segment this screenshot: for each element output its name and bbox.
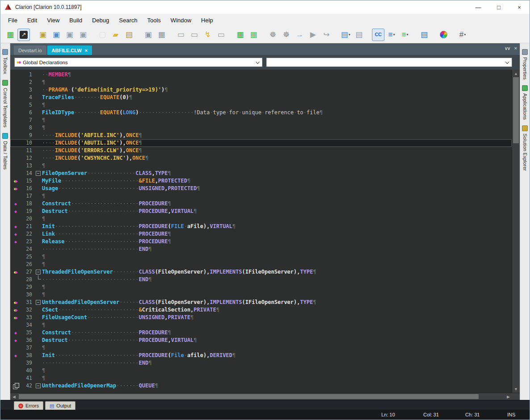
- menu-build[interactable]: Build: [64, 15, 87, 26]
- line-number[interactable]: 34: [21, 321, 34, 329]
- menu-view[interactable]: View: [42, 15, 64, 26]
- panel-tab-solution-explorer[interactable]: Solution Explorer: [522, 125, 528, 171]
- code-line-21[interactable]: ◆21Init··························PROCEDU…: [10, 223, 512, 230]
- tab-devstart-io[interactable]: Devstart.io: [14, 46, 46, 55]
- code-line-26[interactable]: 26¶: [10, 261, 512, 268]
- code-line-5[interactable]: 5¶: [10, 101, 512, 109]
- code-line-22[interactable]: ◆22Link··························PROCEDU…: [10, 230, 512, 238]
- code-line-31[interactable]: ◆◆31−UnthreadedFileOpenServer······CLASS…: [10, 299, 512, 306]
- dropdown-arrow-icon[interactable]: ▾: [393, 33, 395, 37]
- horizontal-scroll-thumb[interactable]: [19, 394, 479, 399]
- panel-tab-errors[interactable]: ×Errors: [14, 401, 43, 410]
- line-number[interactable]: 2: [21, 79, 34, 86]
- tab-list-icon[interactable]: ∨∨: [504, 46, 509, 51]
- code-text[interactable]: ······························END¶: [42, 276, 512, 283]
- menu-help[interactable]: Help: [196, 15, 218, 26]
- close-button[interactable]: ×: [509, 0, 530, 14]
- open-file-icon[interactable]: ▰: [109, 29, 122, 41]
- menu-edit[interactable]: Edit: [22, 15, 42, 26]
- line-number[interactable]: 24: [21, 245, 34, 253]
- new-file-icon[interactable]: ▢: [96, 29, 109, 41]
- code-text[interactable]: TraceFiles········EQUATE(0)¶: [42, 94, 512, 101]
- solution-options-icon[interactable]: ▣: [77, 29, 89, 41]
- fold-toggle-icon[interactable]: −: [36, 300, 41, 305]
- horizontal-scrollbar[interactable]: ◀ ▶: [10, 393, 520, 400]
- close-solution-icon[interactable]: ▣: [63, 29, 76, 41]
- code-text[interactable]: ¶: [42, 215, 512, 223]
- code-text[interactable]: ¶: [42, 79, 512, 86]
- code-text[interactable]: ··MEMBER¶: [42, 71, 512, 79]
- line-number[interactable]: 31: [21, 299, 34, 306]
- code-text[interactable]: Init··························PROCEDURE(…: [42, 352, 512, 359]
- line-number[interactable]: 11: [21, 147, 34, 154]
- code-line-10[interactable]: 10····INCLUDE('ABUTIL.INC'),ONCE¶: [10, 139, 512, 147]
- debug-icon[interactable]: ↪: [320, 29, 333, 41]
- dropdown-arrow-icon[interactable]: ▾: [406, 33, 408, 37]
- code-text[interactable]: FileUsageCount················UNSIGNED,P…: [42, 314, 512, 321]
- code-text[interactable]: UnthreadedFileOpenServer······CLASS(File…: [42, 299, 512, 306]
- code-line-4[interactable]: 4TraceFiles········EQUATE(0)¶: [10, 94, 512, 101]
- menu-file[interactable]: File: [3, 15, 22, 26]
- paste-icon[interactable]: ▤: [123, 29, 135, 41]
- line-number[interactable]: 8: [21, 124, 34, 132]
- line-number[interactable]: 22: [21, 230, 34, 238]
- deploy-icon[interactable]: ▭: [215, 29, 227, 41]
- line-number[interactable]: 41: [21, 374, 34, 382]
- dropdown-arrow-icon[interactable]: ▾: [349, 33, 351, 37]
- line-number[interactable]: 23: [21, 238, 34, 245]
- code-text[interactable]: ······························END¶: [42, 245, 512, 253]
- code-line-7[interactable]: 7¶: [10, 116, 512, 124]
- code-text[interactable]: ¶: [42, 344, 512, 352]
- code-text[interactable]: ······························END¶: [42, 359, 512, 367]
- code-line-37[interactable]: 37¶: [10, 344, 512, 352]
- code-lines[interactable]: 1··MEMBER¶2¶3··PRAGMA·('define(init_prio…: [10, 70, 512, 393]
- start-icon[interactable]: ▶: [307, 29, 319, 41]
- code-text[interactable]: ····INCLUDE('ABFILE.INC'),ONCE¶: [42, 132, 512, 139]
- sort-lines-icon[interactable]: ≡▾: [385, 29, 398, 41]
- code-text[interactable]: FileOpenServer···············CLASS,TYPE¶: [42, 170, 512, 177]
- code-text[interactable]: ¶: [42, 253, 512, 261]
- code-text[interactable]: ThreadedFileOpenServer········CLASS(File…: [42, 268, 512, 276]
- code-line-27[interactable]: ◆◆27−ThreadedFileOpenServer········CLASS…: [10, 268, 512, 276]
- code-line-23[interactable]: ◆23Release·······················PROCEDU…: [10, 238, 512, 245]
- line-number[interactable]: 14: [21, 170, 34, 177]
- panel-tab-control-templates[interactable]: Control Templates: [2, 80, 8, 127]
- line-number[interactable]: 39: [21, 359, 34, 367]
- code-text[interactable]: ····INCLUDE('ABUTIL.INC'),ONCE¶: [42, 139, 512, 147]
- code-text[interactable]: Construct·····················PROCEDURE¶: [42, 200, 512, 208]
- code-line-34[interactable]: 34¶: [10, 321, 512, 329]
- panel-tab-applications[interactable]: Applications: [522, 85, 528, 120]
- line-number[interactable]: 15: [21, 177, 34, 185]
- code-text[interactable]: ¶: [42, 367, 512, 374]
- line-number[interactable]: 30: [21, 291, 34, 299]
- code-line-2[interactable]: 2¶: [10, 79, 512, 86]
- code-line-14[interactable]: 14−FileOpenServer···············CLASS,TY…: [10, 170, 512, 177]
- line-number[interactable]: 25: [21, 253, 34, 261]
- code-line-39[interactable]: 39······························END¶: [10, 359, 512, 367]
- line-number[interactable]: 20: [21, 215, 34, 223]
- menu-tools[interactable]: Tools: [142, 15, 166, 26]
- panel-tab-output[interactable]: ▤Output: [45, 401, 75, 410]
- member-combobox[interactable]: [266, 58, 512, 67]
- menu-window[interactable]: Window: [166, 15, 196, 26]
- close-document-icon[interactable]: ×: [514, 46, 516, 51]
- code-text[interactable]: ¶: [42, 374, 512, 382]
- dropdown-arrow-icon[interactable]: ▾: [464, 33, 466, 37]
- line-number[interactable]: 19: [21, 208, 34, 215]
- code-text[interactable]: Destruct······················PROCEDURE,…: [42, 208, 512, 215]
- code-text[interactable]: ¶: [42, 124, 512, 132]
- compile-icon[interactable]: ☸: [267, 29, 279, 41]
- code-text[interactable]: Usage·························UNSIGNED,P…: [42, 185, 512, 192]
- code-line-11[interactable]: 11····INCLUDE('ERRORS.CLW'),ONCE¶: [10, 147, 512, 154]
- line-number[interactable]: 9: [21, 132, 34, 139]
- maximize-button[interactable]: □: [488, 0, 509, 14]
- line-number[interactable]: 38: [21, 352, 34, 359]
- line-number[interactable]: 32: [21, 306, 34, 314]
- code-line-35[interactable]: ◆35Construct·····················PROCEDU…: [10, 329, 512, 337]
- line-number[interactable]: 6: [21, 109, 34, 116]
- line-number[interactable]: 18: [21, 200, 34, 208]
- save-all-icon[interactable]: ▦: [155, 29, 168, 41]
- line-number[interactable]: 42: [21, 382, 34, 390]
- close-tab-icon[interactable]: ×: [85, 48, 88, 53]
- filter-lines-icon[interactable]: ≡▾: [399, 29, 411, 41]
